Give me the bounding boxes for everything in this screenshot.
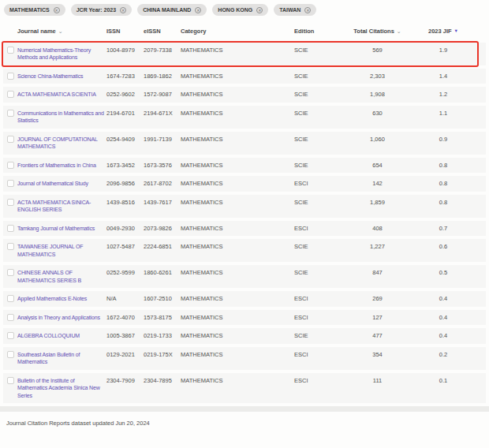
total-citations-cell: 408 (339, 225, 416, 233)
table-row: JOURNAL OF COMPUTATIONAL MATHEMATICS 025… (3, 132, 486, 155)
total-citations-cell: 569 (339, 47, 416, 54)
remove-filter-icon[interactable]: ✕ (54, 7, 60, 13)
row-checkbox[interactable] (7, 314, 14, 321)
row-checkbox[interactable] (7, 110, 14, 117)
table-row: TAIWANESE JOURNAL OF MATHEMATICS 1027-54… (3, 239, 486, 262)
edition-cell: ESCI (286, 377, 339, 385)
edition-cell: ESCI (286, 180, 339, 188)
remove-filter-icon[interactable]: ✕ (256, 7, 263, 13)
issn-cell: 1005-3867 (106, 332, 144, 340)
jif-cell: 0.4 (416, 295, 471, 303)
horizontal-scrollbar[interactable] (0, 406, 489, 412)
journal-name-link[interactable]: Tamkang Journal of Mathematics (17, 225, 95, 233)
header-category: Category (181, 28, 286, 35)
remove-filter-icon[interactable]: ✕ (120, 7, 126, 13)
issn-cell: 1004-8979 (106, 47, 144, 54)
category-cell: MATHEMATICS (181, 351, 286, 359)
journal-name-link[interactable]: Communications in Mathematics and Statis… (17, 110, 106, 125)
issn-cell: 2194-6701 (106, 110, 144, 118)
category-cell: MATHEMATICS (181, 91, 286, 99)
journal-name-link[interactable]: ACTA MATHEMATICA SINICA-ENGLISH SERIES (17, 199, 106, 214)
header-issn: ISSN (106, 28, 144, 35)
issn-cell: 0254-9409 (106, 136, 144, 144)
header-journal-name[interactable]: Journal name⌄ (17, 28, 106, 35)
category-cell: MATHEMATICS (181, 377, 286, 385)
issn-cell: 1673-3452 (106, 162, 144, 170)
table-row: Analysis in Theory and Applications 1672… (3, 310, 486, 326)
remove-filter-icon[interactable]: ✕ (195, 7, 201, 13)
eissn-cell: 1573-8175 (144, 314, 181, 322)
dataset-updated-note: Journal Citation Reports dataset updated… (0, 412, 489, 427)
category-cell: MATHEMATICS (181, 73, 286, 80)
row-checkbox[interactable] (7, 243, 14, 250)
eissn-cell: 1572-9087 (144, 91, 181, 99)
jif-cell: 0.8 (416, 162, 471, 170)
total-citations-cell: 142 (339, 180, 416, 188)
header-2023-jif[interactable]: 2023 JIF▼ (416, 28, 471, 35)
journal-name-link[interactable]: Southeast Asian Bulletin of Mathematics (17, 351, 106, 366)
row-checkbox[interactable] (7, 332, 14, 339)
filter-chip-label: CHINA MAINLAND (143, 7, 191, 13)
eissn-cell: 1673-3576 (144, 162, 181, 170)
filter-chip-china-mainland[interactable]: CHINA MAINLAND ✕ (137, 4, 207, 16)
row-checkbox[interactable] (7, 180, 14, 187)
total-citations-cell: 847 (339, 269, 416, 277)
jif-cell: 1.4 (416, 73, 471, 80)
journal-name-link[interactable]: CHINESE ANNALS OF MATHEMATICS SERIES B (17, 269, 106, 284)
row-checkbox[interactable] (7, 199, 14, 206)
category-cell: MATHEMATICS (181, 332, 286, 340)
edition-cell: SCIE (286, 110, 339, 118)
issn-cell: 2304-7909 (106, 377, 144, 385)
jif-cell: 0.7 (416, 225, 471, 233)
total-citations-cell: 630 (339, 110, 416, 118)
header-edition: Edition (286, 28, 339, 35)
table-row: Applied Mathematics E-Notes N/A 1607-251… (3, 291, 486, 307)
journal-name-link[interactable]: ALGEBRA COLLOQUIUM (17, 332, 80, 340)
journal-name-link[interactable]: ACTA MATHEMATICA SCIENTIA (17, 91, 96, 99)
category-cell: MATHEMATICS (181, 47, 286, 54)
jif-cell: 0.8 (416, 180, 471, 188)
filter-chip-taiwan[interactable]: TAIWAN ✕ (274, 4, 316, 16)
journal-name-link[interactable]: Numerical Mathematics-Theory Methods and… (17, 47, 106, 62)
header-journal-name-label: Journal name (17, 28, 56, 35)
journal-name-link[interactable]: Science China-Mathematics (17, 73, 83, 80)
row-checkbox[interactable] (7, 351, 14, 358)
jif-cell: 1.1 (416, 110, 471, 118)
jif-cell: 1.9 (416, 47, 471, 54)
journal-name-link[interactable]: Journal of Mathematical Study (17, 180, 88, 188)
journal-name-link[interactable]: TAIWANESE JOURNAL OF MATHEMATICS (17, 243, 106, 258)
row-checkbox[interactable] (7, 225, 14, 232)
filter-chip-mathematics[interactable]: MATHEMATICS ✕ (4, 4, 65, 16)
eissn-cell: 2617-8702 (144, 180, 181, 188)
header-total-citations[interactable]: Total Citations⌄ (339, 28, 416, 35)
eissn-cell: 2079-7338 (144, 47, 181, 54)
remove-filter-icon[interactable]: ✕ (304, 7, 311, 13)
edition-cell: ESCI (286, 225, 339, 233)
journal-name-link[interactable]: Applied Mathematics E-Notes (17, 295, 87, 303)
jif-cell: 0.4 (416, 314, 471, 322)
row-checkbox[interactable] (7, 162, 14, 169)
row-checkbox[interactable] (7, 73, 14, 80)
row-checkbox[interactable] (7, 47, 14, 54)
journal-name-link[interactable]: Bulletin of the Institute of Mathematics… (17, 377, 106, 400)
filter-chip-jcr-year[interactable]: JCR Year: 2023 ✕ (71, 4, 132, 16)
filter-chip-hong-kong[interactable]: HONG KONG ✕ (212, 4, 268, 16)
total-citations-cell: 127 (339, 314, 416, 322)
eissn-cell: 2224-6851 (144, 243, 181, 251)
row-checkbox[interactable] (7, 295, 14, 302)
jif-cell: 0.5 (416, 269, 471, 277)
journal-name-link[interactable]: Analysis in Theory and Applications (17, 314, 100, 322)
table-row: Communications in Mathematics and Statis… (3, 106, 486, 129)
edition-cell: SCIE (286, 269, 339, 277)
issn-cell: 1027-5487 (106, 243, 144, 251)
journal-name-link[interactable]: Frontiers of Mathematics in China (17, 162, 96, 170)
row-checkbox[interactable] (7, 269, 14, 276)
table-row: ACTA MATHEMATICA SCIENTIA 0252-9602 1572… (3, 87, 486, 103)
row-checkbox[interactable] (7, 377, 14, 384)
edition-cell: SCIE (286, 199, 339, 207)
journal-name-link[interactable]: JOURNAL OF COMPUTATIONAL MATHEMATICS (17, 136, 106, 151)
jif-cell: 0.9 (416, 136, 471, 144)
row-checkbox[interactable] (7, 91, 14, 98)
edition-cell: SCIE (286, 136, 339, 144)
row-checkbox[interactable] (7, 136, 14, 143)
